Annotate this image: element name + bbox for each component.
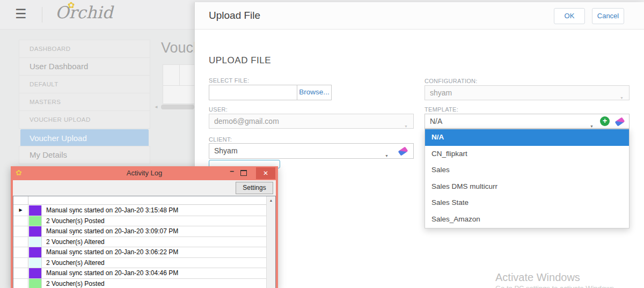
topbar-divider [42,7,42,23]
sidebar-item-dashboard[interactable]: DASHBOARD [19,40,150,58]
log-message: 2 Voucher(s) Posted [46,279,266,288]
dropdown-option-sales[interactable]: Sales [425,162,629,179]
client-label: CLIENT: [209,136,232,143]
user-select[interactable]: demo6@gmail.com ▼ [209,114,414,129]
log-message: Manual sync started on 20-Jan-20 3:15:48… [46,205,266,216]
file-path-input[interactable] [209,85,297,100]
flower-icon: ✿ [68,0,75,10]
log-message: 2 Voucher(s) Altered [46,258,266,268]
activity-log-titlebar[interactable]: ✿ Activity Log – ✕ [11,166,278,180]
maximize-button[interactable] [240,170,247,176]
dropdown-option-sales-dms-multicurr[interactable]: Sales DMS multicurr [425,179,629,195]
vertical-scrollbar[interactable]: ▲ [266,196,275,288]
hamburger-icon[interactable]: ☰ [15,6,27,21]
close-button[interactable]: ✕ [256,167,275,179]
log-color-swatch [29,247,42,257]
select-file-label: SELECT FILE: [209,77,250,84]
activate-windows-watermark-line2: Go to PC settings to activate Windows. [495,284,616,288]
dropdown-option-n-a[interactable]: N/A [425,129,629,146]
log-row[interactable]: Manual sync started on 20-Jan-20 3:06:22… [13,247,266,258]
sidebar-item-user-dashboard[interactable]: User Dashboard [19,57,150,76]
clear-client-eraser-icon[interactable] [398,146,408,156]
grid-divider [179,65,180,85]
modal-header: Upload File OK Cancel [195,2,644,29]
scroll-left-icon[interactable]: ◄ [154,105,158,109]
log-color-swatch [29,226,42,237]
configuration-select[interactable]: shyam ▼ [425,85,630,100]
activity-log-rows: ▶Manual sync started on 20-Jan-20 3:15:4… [13,205,266,288]
browse-button[interactable]: Browse... [297,85,331,100]
activate-windows-watermark: Activate Windows [495,271,580,284]
log-message: Manual sync started on 20-Jan-20 3:09:07… [46,226,266,237]
activity-log-body: Settings ▶Manual sync started on 20-Jan-… [13,180,276,288]
clear-template-eraser-icon[interactable] [615,117,625,126]
settings-button[interactable]: Settings [236,182,273,194]
log-row[interactable]: Manual sync started on 20-Jan-20 3:04:46… [13,268,266,279]
chevron-down-icon: ▼ [620,91,624,105]
row-header-cell[interactable] [13,216,28,226]
orchid-logo: Orchid [55,3,113,22]
row-header-cell[interactable] [13,268,28,278]
sidebar-item-default[interactable]: DEFAULT [19,75,150,93]
template-dropdown: N/ACN_flipkartSalesSales DMS multicurrSa… [425,129,630,228]
dropdown-option-sales-amazon[interactable]: Sales_Amazon [425,211,629,228]
chevron-down-icon: ▼ [404,120,408,134]
log-message: Manual sync started on 20-Jan-20 3:04:46… [46,268,266,278]
minimize-button[interactable]: – [230,167,234,175]
log-row[interactable]: 2 Voucher(s) Altered [13,258,266,269]
chevron-down-icon: ▼ [385,149,389,163]
log-color-swatch [29,237,42,247]
sidebar-item-voucher-upload[interactable]: Voucher Upload [20,129,149,146]
log-message: 2 Voucher(s) Posted [46,216,266,226]
log-row[interactable]: 2 Voucher(s) Posted [13,279,266,288]
sidebar-menu: DASHBOARDUser DashboardDEFAULTMASTERSVOU… [19,40,150,164]
log-row[interactable]: ▶Manual sync started on 20-Jan-20 3:15:4… [13,205,266,216]
row-header-cell [13,196,28,204]
log-message: 2 Voucher(s) Altered [46,237,266,247]
log-color-swatch [29,216,42,226]
configuration-select-value: shyam [430,88,452,97]
ok-button[interactable]: OK [554,8,585,24]
dropdown-option-cn-flipkart[interactable]: CN_flipkart [425,146,629,163]
horizontal-scrollbar-thumb[interactable] [161,105,194,109]
sidebar-item-voucher-upload[interactable]: VOUCHER UPLOAD [19,110,150,129]
scroll-up-icon[interactable]: ▲ [267,198,275,202]
add-template-button[interactable]: + [600,116,610,126]
user-select-value: demo6@gmail.com [214,117,279,125]
activity-log-table: ▶Manual sync started on 20-Jan-20 3:15:4… [13,196,276,288]
user-label: USER: [209,106,228,113]
file-row: Browse... [209,85,332,100]
log-message: Manual sync started on 20-Jan-20 3:06:22… [46,247,266,257]
row-selector-arrow[interactable]: ▶ [13,205,28,216]
modal-title: Upload File [209,10,260,21]
log-color-swatch [29,258,42,268]
log-color-swatch [29,268,42,278]
cancel-button[interactable]: Cancel [592,8,624,24]
row-header-cell[interactable] [13,226,28,237]
row-header-cell[interactable] [13,258,28,268]
log-row[interactable]: 2 Voucher(s) Altered [13,237,266,248]
template-label: TEMPLATE: [425,106,458,113]
template-select[interactable]: N/A ▼ + [425,114,630,129]
dropdown-option-sales-state[interactable]: Sales State [425,195,629,211]
log-row[interactable]: 2 Voucher(s) Posted [13,216,266,227]
client-select-value: Shyam [214,146,238,155]
log-row[interactable]: Manual sync started on 20-Jan-20 3:09:07… [13,226,266,237]
log-color-swatch [29,279,42,288]
sidebar-item-masters[interactable]: MASTERS [19,93,150,111]
template-select-value: N/A [430,117,442,125]
row-header-cell[interactable] [13,247,28,257]
log-color-swatch [29,205,42,216]
row-header-cell[interactable] [13,237,28,247]
row-header-cell[interactable] [13,279,28,288]
client-select[interactable]: Shyam ▼ [209,143,414,159]
activity-log-title: Activity Log [11,169,278,177]
table-header-row [13,196,266,205]
configuration-label: CONFIGURATION: [425,78,478,84]
activity-log-window: ✿ Activity Log – ✕ Settings ▶Manual sync… [11,166,278,288]
sidebar-item-my-details[interactable]: My Details [19,146,150,164]
section-title: UPLOAD FILE [209,55,271,66]
